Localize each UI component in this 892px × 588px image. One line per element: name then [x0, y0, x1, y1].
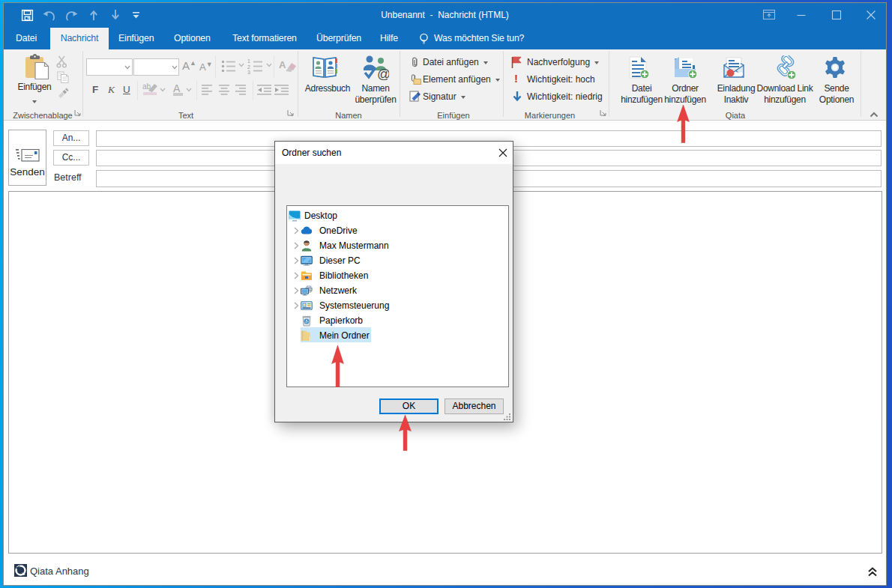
svg-text:@: @: [377, 67, 389, 80]
